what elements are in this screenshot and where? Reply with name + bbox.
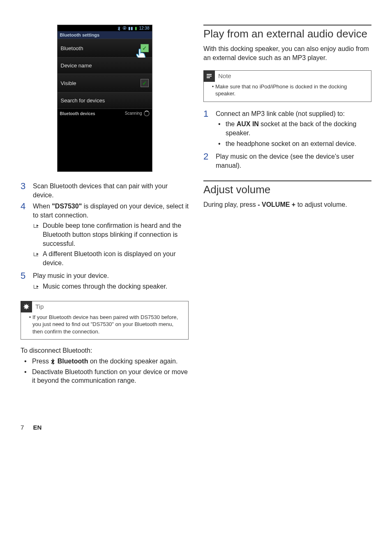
heading-adjust-volume: Adjust volume [203,180,371,196]
phone-section-title: Bluetooth settings [58,31,152,39]
tip-callout: Tip If your Bluetooth device has been pa… [21,301,189,340]
wifi-icon: ⦿ [122,26,127,30]
note-callout: Note Make sure that no iPod/iPhone is do… [203,70,371,102]
adjust-volume-para: During play, press - VOLUME + to adjust … [203,200,371,209]
checkbox-off-icon: ✓ [141,79,149,87]
note-icon [203,70,215,82]
battery-icon: ▮ [135,26,137,30]
page-number: 7 [21,424,24,431]
phone-row-search: Search for devices [58,92,152,109]
step-4-result-1: Double beep tone confirmation is heard a… [33,221,189,248]
ext-step-1-bullet-2: the headphone socket on an external devi… [216,139,371,148]
tip-icon [21,301,32,312]
signal-icon: ▮▮ [128,26,133,30]
page-footer: 7 EN [21,424,371,431]
bluetooth-icon [118,26,121,30]
phone-blank-area [58,118,152,171]
disconnect-bullet-2: Deactivate Bluetooth function on your de… [32,368,189,385]
svg-rect-2 [207,77,210,78]
page-language: EN [33,424,42,431]
step-5: 5 Play music in your device. Music comes… [21,271,189,292]
tip-label: Tip [35,303,44,310]
phone-time: 12:38 [139,26,149,30]
ext-step-1: 1 Connect an MP3 link cable (not supplie… [203,109,371,150]
phone-row-devicename: Device name [58,58,152,74]
tip-text: If your Bluetooth device has been paired… [32,314,184,335]
disconnect-bullet-1: Press Bluetooth on the docking speaker a… [32,357,189,366]
phone-row-bluetooth: Bluetooth ✓ [58,39,152,58]
step-3: 3 Scan Bluetooth devices that can pair w… [21,182,189,199]
bluetooth-icon [51,358,55,364]
play-external-intro: With this docking speaker, you can also … [203,44,371,63]
note-label: Note [218,72,231,79]
ext-step-1-bullet-1: the AUX IN socket at the back of the doc… [216,120,371,137]
bluetooth-settings-screenshot: ⦿ ▮▮ ▮ 12:38 Bluetooth settings Bluetoot… [57,25,152,172]
step-4: 4 When "DS7530" is displayed on your dev… [21,202,189,269]
spinner-icon [144,111,150,116]
step-5-result-1: Music comes through the docking speaker. [33,282,189,291]
phone-row-visible: Visible ✓ [58,74,152,92]
heading-play-external: Play from an external audio device [203,25,371,40]
svg-rect-1 [207,76,212,76]
phone-statusbar: ⦿ ▮▮ ▮ 12:38 [58,25,152,31]
note-text: Make sure that no iPod/iPhone is docked … [215,83,367,97]
step-4-result-2: A different Bluetooth icon is displayed … [33,250,189,267]
svg-rect-0 [207,74,212,75]
phone-devices-header: Bluetooth devices Scanning [58,109,152,118]
ext-step-2: 2 Play music on the device (see the devi… [203,152,371,170]
disconnect-heading: To disconnect Bluetooth: [21,347,189,354]
